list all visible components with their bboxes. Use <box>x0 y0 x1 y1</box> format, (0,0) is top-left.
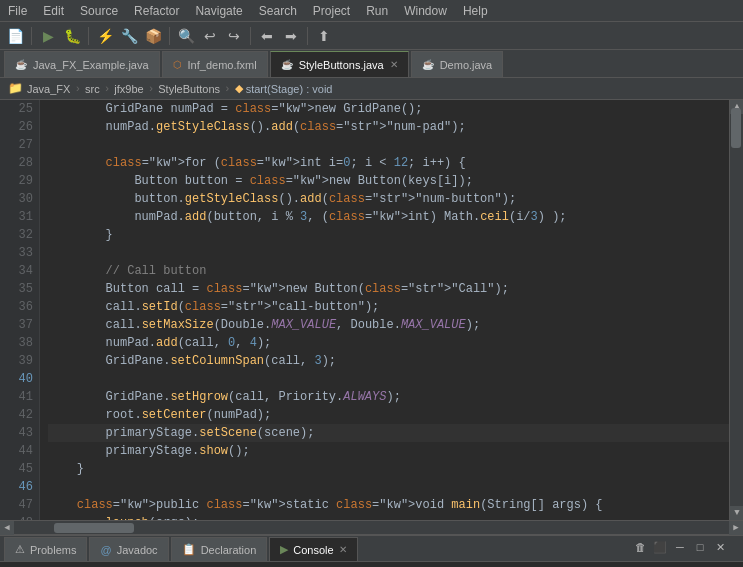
breadcrumb-sep-2: › <box>104 83 111 95</box>
scroll-thumb-v[interactable] <box>731 108 741 148</box>
menu-bar: File Edit Source Refactor Navigate Searc… <box>0 0 743 22</box>
java-icon: ☕ <box>15 59 27 70</box>
breadcrumb-package[interactable]: jfx9be <box>114 83 143 95</box>
breadcrumb-src-label: src <box>85 83 100 95</box>
tab-javadoc-label: Javadoc <box>117 544 158 556</box>
breadcrumb: 📁 Java_FX › src › jfx9be › StyleButtons … <box>0 78 743 100</box>
toolbar: 📄 ▶ 🐛 ⚡ 🔧 📦 🔍 ↩ ↪ ⬅ ➡ ⬆ <box>0 22 743 50</box>
breadcrumb-sep-4: › <box>224 83 231 95</box>
panel-stop-button[interactable]: ⬛ <box>651 538 669 556</box>
tab-inf-demo[interactable]: ⬡ Inf_demo.fxml <box>162 51 268 77</box>
tab-style-buttons[interactable]: ☕ StyleButtons.java ✕ <box>270 51 409 77</box>
breadcrumb-class[interactable]: StyleButtons <box>158 83 220 95</box>
menu-navigate[interactable]: Navigate <box>195 4 242 18</box>
panel-toolbar: 🗑 ⬛ ─ □ ✕ <box>631 538 729 556</box>
new-button[interactable]: 📄 <box>4 25 26 47</box>
java-icon-2: ☕ <box>281 59 293 70</box>
scroll-track-h[interactable] <box>14 523 729 533</box>
tab-console-close[interactable]: ✕ <box>339 544 347 555</box>
breadcrumb-project-label: Java_FX <box>27 83 70 95</box>
toolbar-btn-8[interactable]: ↪ <box>223 25 245 47</box>
project-icon: 📁 <box>8 81 23 96</box>
breadcrumb-sep-3: › <box>148 83 155 95</box>
menu-edit[interactable]: Edit <box>43 4 64 18</box>
tab-inf-demo-label: Inf_demo.fxml <box>188 59 257 71</box>
tab-java-fx[interactable]: ☕ Java_FX_Example.java <box>4 51 160 77</box>
panel-maximize-button[interactable]: □ <box>691 538 709 556</box>
code-editor[interactable]: GridPane numPad = class="kw">new GridPan… <box>40 100 729 520</box>
toolbar-btn-4[interactable]: 🔧 <box>118 25 140 47</box>
console-icon: ▶ <box>280 543 288 556</box>
tab-style-buttons-label: StyleButtons.java <box>299 59 384 71</box>
panel-minimize-button[interactable]: ─ <box>671 538 689 556</box>
breadcrumb-project[interactable]: Java_FX <box>27 83 70 95</box>
breadcrumb-package-label: jfx9be <box>114 83 143 95</box>
vertical-scrollbar[interactable]: ▲ ▼ <box>729 100 743 520</box>
toolbar-sep-5 <box>307 27 308 45</box>
tab-problems-label: Problems <box>30 544 76 556</box>
java-icon-3: ☕ <box>422 59 434 70</box>
bottom-panel: ⚠ Problems @ Javadoc 📋 Declaration ▶ Con… <box>0 534 743 567</box>
breadcrumb-src[interactable]: src <box>85 83 100 95</box>
tab-bar: ☕ Java_FX_Example.java ⬡ Inf_demo.fxml ☕… <box>0 50 743 78</box>
toolbar-btn-6[interactable]: 🔍 <box>175 25 197 47</box>
toolbar-btn-11[interactable]: ⬆ <box>313 25 335 47</box>
horizontal-scrollbar[interactable]: ◀ ▶ <box>0 520 743 534</box>
tab-problems[interactable]: ⚠ Problems <box>4 537 87 561</box>
toolbar-sep-4 <box>250 27 251 45</box>
scroll-down[interactable]: ▼ <box>730 506 743 520</box>
menu-file[interactable]: File <box>8 4 27 18</box>
tab-console[interactable]: ▶ Console ✕ <box>269 537 357 561</box>
menu-help[interactable]: Help <box>463 4 488 18</box>
tab-style-buttons-close[interactable]: ✕ <box>390 59 398 70</box>
menu-refactor[interactable]: Refactor <box>134 4 179 18</box>
scroll-left[interactable]: ◀ <box>0 521 14 535</box>
javadoc-icon: @ <box>100 544 111 556</box>
fxml-icon: ⬡ <box>173 59 182 70</box>
breadcrumb-method[interactable]: ◆ start(Stage) : void <box>235 82 333 95</box>
tab-java-fx-label: Java_FX_Example.java <box>33 59 149 71</box>
tab-declaration-label: Declaration <box>201 544 257 556</box>
breadcrumb-sep-1: › <box>74 83 81 95</box>
menu-window[interactable]: Window <box>404 4 447 18</box>
scroll-right[interactable]: ▶ <box>729 521 743 535</box>
toolbar-btn-7[interactable]: ↩ <box>199 25 221 47</box>
scroll-thumb-h[interactable] <box>54 523 134 533</box>
toolbar-sep-1 <box>31 27 32 45</box>
debug-button[interactable]: 🐛 <box>61 25 83 47</box>
tab-declaration[interactable]: 📋 Declaration <box>171 537 268 561</box>
toolbar-btn-3[interactable]: ⚡ <box>94 25 116 47</box>
menu-source[interactable]: Source <box>80 4 118 18</box>
tab-demo[interactable]: ☕ Demo.java <box>411 51 504 77</box>
bottom-tab-bar: ⚠ Problems @ Javadoc 📋 Declaration ▶ Con… <box>0 536 743 562</box>
toolbar-btn-9[interactable]: ⬅ <box>256 25 278 47</box>
console-output: ‹terminated› StyleButtons [Java Applicat… <box>0 562 743 567</box>
line-numbers: 2526272829303132333435363738394041424344… <box>0 100 40 520</box>
toolbar-btn-5[interactable]: 📦 <box>142 25 164 47</box>
declaration-icon: 📋 <box>182 543 196 556</box>
toolbar-sep-3 <box>169 27 170 45</box>
problems-icon: ⚠ <box>15 543 25 556</box>
tab-console-label: Console <box>293 544 333 556</box>
tab-demo-label: Demo.java <box>440 59 493 71</box>
menu-project[interactable]: Project <box>313 4 350 18</box>
breadcrumb-class-label: StyleButtons <box>158 83 220 95</box>
tab-javadoc[interactable]: @ Javadoc <box>89 537 168 561</box>
menu-run[interactable]: Run <box>366 4 388 18</box>
toolbar-sep-2 <box>88 27 89 45</box>
panel-clear-button[interactable]: 🗑 <box>631 538 649 556</box>
toolbar-btn-10[interactable]: ➡ <box>280 25 302 47</box>
menu-search[interactable]: Search <box>259 4 297 18</box>
editor-container: 2526272829303132333435363738394041424344… <box>0 100 743 520</box>
panel-close-button[interactable]: ✕ <box>711 538 729 556</box>
method-icon: ◆ <box>235 82 243 95</box>
run-button[interactable]: ▶ <box>37 25 59 47</box>
breadcrumb-method-label: start(Stage) : void <box>246 83 333 95</box>
